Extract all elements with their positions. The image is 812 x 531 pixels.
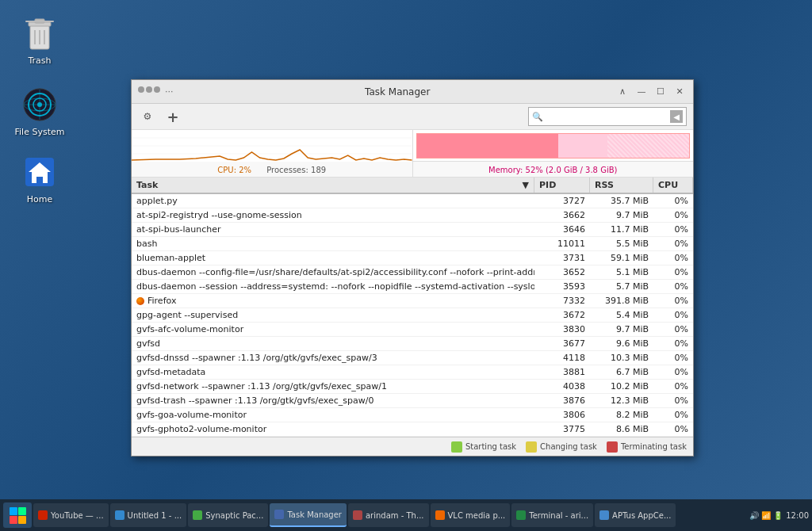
taskbar-item-synaptic[interactable]: Synaptic Pac... bbox=[188, 503, 268, 527]
pid-cell: 4118 bbox=[534, 351, 590, 365]
taskbar-item-terminal[interactable]: Terminal - ari... bbox=[511, 503, 593, 527]
taskbar-item-untitled[interactable]: Untitled 1 - ... bbox=[110, 503, 187, 527]
pid-cell: 3830 bbox=[534, 323, 590, 336]
table-row[interactable]: gvfsd-network --spawner :1.13 /org/gtk/g… bbox=[132, 380, 693, 394]
svg-rect-24 bbox=[18, 516, 26, 524]
table-row[interactable]: gpg-agent --supervised36725.4 MiB0% bbox=[132, 308, 693, 323]
task-name: dbus-daemon --config-file=/usr/share/def… bbox=[136, 267, 534, 277]
taskbar-item-taskmanager[interactable]: Task Manager bbox=[270, 503, 347, 527]
legend-changing-label: Changing task bbox=[540, 442, 597, 451]
cpu-cell: 0% bbox=[653, 422, 693, 436]
legend-changing: Changing task bbox=[526, 441, 597, 453]
task-cell: applet.py bbox=[132, 194, 534, 208]
mem-bar-container bbox=[416, 133, 691, 159]
table-row[interactable]: gvfsd-metadata38816.7 MiB0% bbox=[132, 365, 693, 380]
task-cell: Firefox bbox=[132, 294, 534, 308]
restore-button[interactable]: ☐ bbox=[653, 85, 668, 99]
svg-rect-23 bbox=[10, 516, 17, 524]
header-cpu[interactable]: CPU bbox=[653, 178, 693, 193]
taskbar-item-vlc[interactable]: VLC media p... bbox=[431, 503, 511, 527]
trash-label: Trash bbox=[28, 55, 51, 66]
task-name: gvfs-goa-volume-monitor bbox=[136, 410, 247, 420]
mem-chart-bg bbox=[413, 130, 694, 162]
task-name: at-spi2-registryd --use-gnome-session bbox=[136, 210, 302, 220]
svg-rect-22 bbox=[18, 507, 26, 515]
search-icon: 🔍 bbox=[532, 112, 543, 122]
table-row[interactable]: gvfs-gphoto2-volume-monitor37758.6 MiB0% bbox=[132, 422, 693, 437]
window-controls: ∧ — ☐ ✕ bbox=[615, 85, 687, 99]
desktop: Trash File System Home bbox=[0, 0, 812, 499]
table-row[interactable]: gvfsd-trash --spawner :1.13 /org/gtk/gvf… bbox=[132, 394, 693, 408]
maximize-button[interactable]: — bbox=[634, 85, 649, 99]
table-row[interactable]: gvfs-goa-volume-monitor38068.2 MiB0% bbox=[132, 408, 693, 422]
table-row[interactable]: at-spi-bus-launcher364611.7 MiB0% bbox=[132, 223, 693, 237]
taskbar-item-dot bbox=[115, 510, 124, 520]
header-pid[interactable]: PID bbox=[534, 178, 590, 193]
filesystem-icon bbox=[21, 86, 59, 124]
legend-starting-color bbox=[451, 441, 462, 453]
header-task[interactable]: Task ▼ bbox=[132, 178, 534, 193]
mem-bar-fill bbox=[417, 134, 559, 158]
svg-rect-6 bbox=[25, 21, 54, 22]
taskbar-item-youtube[interactable]: YouTube — ... bbox=[33, 503, 109, 527]
legend-terminating-color bbox=[607, 441, 618, 453]
task-cell: at-spi2-registryd --use-gnome-session bbox=[132, 208, 534, 222]
processes-label-text: Processes: 189 bbox=[266, 166, 326, 174]
desktop-icon-home[interactable]: Home bbox=[8, 147, 71, 211]
taskbar-item-dot bbox=[516, 510, 526, 520]
table-row[interactable]: dbus-daemon --session --address=systemd:… bbox=[132, 280, 693, 294]
firefox-icon bbox=[136, 297, 144, 305]
search-input[interactable] bbox=[545, 112, 670, 121]
cpu-chart-bg bbox=[132, 130, 412, 162]
task-name: gvfsd-dnssd --spawner :1.13 /org/gtk/gvf… bbox=[136, 353, 377, 363]
pid-cell: 3672 bbox=[534, 308, 590, 322]
close-button[interactable]: ✕ bbox=[672, 85, 687, 99]
rss-cell: 6.7 MiB bbox=[590, 365, 653, 379]
table-row[interactable]: blueman-applet373159.1 MiB0% bbox=[132, 251, 693, 266]
add-button[interactable]: + bbox=[163, 107, 182, 126]
pid-cell: 3876 bbox=[534, 394, 590, 407]
table-row[interactable]: bash110115.5 MiB0% bbox=[132, 237, 693, 251]
minimize-button[interactable]: ∧ bbox=[615, 85, 630, 99]
task-cell: gpg-agent --supervised bbox=[132, 308, 534, 322]
cpu-cell: 0% bbox=[653, 308, 693, 322]
taskbar-start-button[interactable] bbox=[3, 502, 32, 528]
desktop-icon-filesystem[interactable]: File System bbox=[8, 79, 71, 143]
pid-cell: 3881 bbox=[534, 365, 590, 379]
pid-cell: 3652 bbox=[534, 266, 590, 279]
header-rss[interactable]: RSS bbox=[590, 178, 653, 193]
charts-area: CPU: 2% Processes: 189 Memory: 52% (2.0 … bbox=[132, 130, 693, 178]
legend-starting: Starting task bbox=[451, 441, 516, 453]
mem-label-text: Memory: 52% (2.0 GiB / 3.8 GiB) bbox=[488, 166, 617, 174]
table-row[interactable]: gvfsd-dnssd --spawner :1.13 /org/gtk/gvf… bbox=[132, 351, 693, 365]
desktop-icon-trash[interactable]: Trash bbox=[8, 8, 71, 72]
table-row[interactable]: applet.py372735.7 MiB0% bbox=[132, 194, 693, 208]
task-manager-window: ··· Task Manager ∧ — ☐ ✕ ⚙ + 🔍 ◀ bbox=[131, 79, 694, 457]
table-row[interactable]: gvfsd36779.6 MiB0% bbox=[132, 337, 693, 351]
task-name: gvfsd bbox=[136, 338, 160, 349]
rss-cell: 9.7 MiB bbox=[590, 323, 653, 336]
search-clear-button[interactable]: ◀ bbox=[670, 110, 683, 123]
svg-rect-21 bbox=[10, 507, 17, 515]
gear-button[interactable]: ⚙ bbox=[138, 107, 157, 126]
table-row[interactable]: dbus-daemon --config-file=/usr/share/def… bbox=[132, 266, 693, 280]
table-row[interactable]: gvfs-afc-volume-monitor38309.7 MiB0% bbox=[132, 323, 693, 337]
taskbar-tray-icons: 🔊 📶 🔋 bbox=[749, 511, 783, 520]
rss-cell: 10.2 MiB bbox=[590, 380, 653, 393]
taskbar-item-aptus[interactable]: APTus AppCe... bbox=[595, 503, 676, 527]
rss-cell: 5.4 MiB bbox=[590, 308, 653, 322]
svg-rect-16 bbox=[36, 177, 43, 183]
cpu-cell: 0% bbox=[653, 365, 693, 379]
cpu-cell: 0% bbox=[653, 408, 693, 422]
cpu-chart-label: CPU: 2% Processes: 189 bbox=[132, 162, 412, 177]
home-label: Home bbox=[27, 194, 52, 204]
pid-cell: 3677 bbox=[534, 337, 590, 350]
filesystem-label: File System bbox=[15, 127, 65, 137]
taskbar-item-arindam[interactable]: arindam - Th... bbox=[348, 503, 429, 527]
task-name: gvfsd-metadata bbox=[136, 367, 205, 377]
table-row[interactable]: at-spi2-registryd --use-gnome-session366… bbox=[132, 208, 693, 223]
window-menu-dots[interactable]: ··· bbox=[165, 86, 174, 97]
task-cell: dbus-daemon --config-file=/usr/share/def… bbox=[132, 266, 534, 279]
table-row[interactable]: Firefox7332391.8 MiB0% bbox=[132, 294, 693, 308]
process-table[interactable]: Task ▼ PID RSS CPU applet.py372735.7 MiB… bbox=[132, 178, 693, 437]
